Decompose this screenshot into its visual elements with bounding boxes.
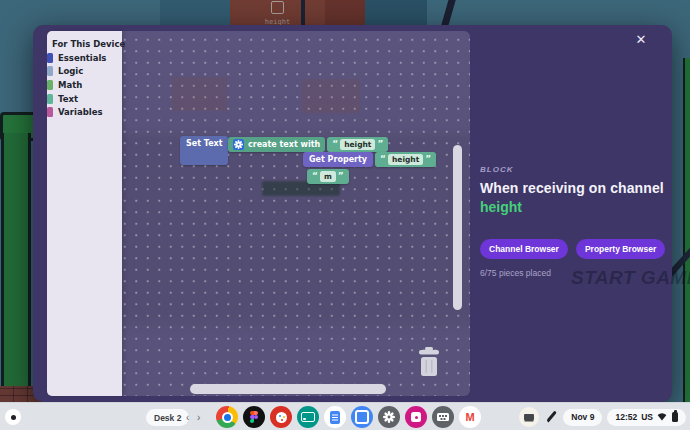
text-string-block[interactable]: “ height ” [375,152,436,167]
chrome-ring [222,412,233,423]
calendar-date-button[interactable]: Nov 9 [563,409,602,426]
get-property-block[interactable]: Get Property “ height ” [303,152,436,167]
input-method-keyboard-icon[interactable] [432,406,454,428]
bg-bleed-through [172,77,227,111]
category-color-tab [47,107,53,117]
create-text-with-block[interactable]: create text with “ height ” [228,137,388,152]
horizontal-scrollbar[interactable] [190,384,386,394]
launcher-icon [11,415,16,420]
sidebar-item-essentials[interactable]: Essentials [47,52,122,65]
set-text-label: Set Text [186,139,223,148]
chrome-icon[interactable] [216,406,238,428]
stylus-tools-icon[interactable] [544,408,558,426]
desk-switcher-button[interactable]: Desk 2 [146,409,189,426]
trash-icon[interactable] [418,347,440,377]
category-label: Essentials [58,53,106,63]
block-code-editor-modal: ✕ Set Text create text with “ height ” [33,25,672,402]
pink-app-icon[interactable] [405,406,427,428]
next-desk-button[interactable]: › [197,409,200,426]
sidebar-item-logic[interactable]: Logic [47,65,122,78]
sidebar-item-math[interactable]: Math [47,79,122,92]
date-label: Nov 9 [571,412,594,422]
inspector-title: When receiving on channel [480,180,680,196]
close-quote-icon: ” [338,172,344,181]
launcher-button[interactable] [5,409,21,425]
get-property-label: Get Property [309,155,367,164]
category-color-tab [47,66,53,76]
bg-bleed-through [302,79,360,113]
category-label: Text [58,94,78,104]
string-field[interactable]: height [388,154,423,165]
block-inspector-panel: BLOCK When receiving on channel height C… [480,165,680,278]
category-label: Math [58,80,82,90]
property-browser-button[interactable]: Property Browser [576,239,665,259]
status-tray-button[interactable]: 12:52 US [607,409,686,426]
screen-capture-icon[interactable] [519,407,539,427]
sidebar-item-for-this-device[interactable]: For This Device [47,38,122,51]
channel-browser-button[interactable]: Channel Browser [480,239,568,259]
figma-icon[interactable] [243,406,265,428]
desk-label: Desk 2 [154,413,181,423]
string-field[interactable]: height [340,139,375,150]
inspector-kicker: BLOCK [480,165,680,174]
create-text-with-label: create text with [248,140,320,149]
input-method-label: US [641,412,653,422]
inspector-channel-name: height [480,199,680,215]
string-field[interactable]: m [320,171,336,182]
close-quote-icon: ” [425,155,431,164]
sidebar-item-text[interactable]: Text [47,92,122,105]
category-label: Variables [58,107,103,117]
mutator-gear-icon[interactable] [233,139,244,150]
set-text-block[interactable]: Set Text [180,136,228,165]
category-color-tab [47,80,53,90]
text-string-block[interactable]: “ m ” [307,169,349,184]
category-label: For This Device [52,39,125,49]
gmail-icon[interactable]: M [459,406,481,428]
chromeos-shelf: Desk 2 ‹ › [0,402,690,430]
open-quote-icon: “ [332,140,338,149]
close-quote-icon: ” [377,140,383,149]
category-color-tab [47,53,53,63]
battery-icon [672,412,678,422]
pieces-placed-status: 6/75 pieces placed [480,268,680,278]
settings-gear-icon[interactable] [378,406,400,428]
close-icon[interactable]: ✕ [632,31,650,49]
sidebar-item-variables[interactable]: Variables [47,106,122,119]
vertical-scrollbar[interactable] [453,145,462,310]
camera-icon[interactable] [351,406,373,428]
open-quote-icon: “ [380,155,386,164]
wifi-icon [657,412,667,423]
open-quote-icon: “ [312,172,318,181]
google-docs-icon[interactable] [324,406,346,428]
clock-label: 12:52 [615,412,637,422]
category-label: Logic [58,66,83,76]
block-category-sidebar: For This Device Essentials Logic Math Te… [47,31,122,396]
category-color-tab [47,94,53,104]
text-string-block[interactable]: “ height ” [327,137,388,152]
previous-desk-button[interactable]: ‹ [186,409,189,426]
chrome-canvas-icon[interactable] [270,406,292,428]
screencast-icon[interactable] [297,406,319,428]
